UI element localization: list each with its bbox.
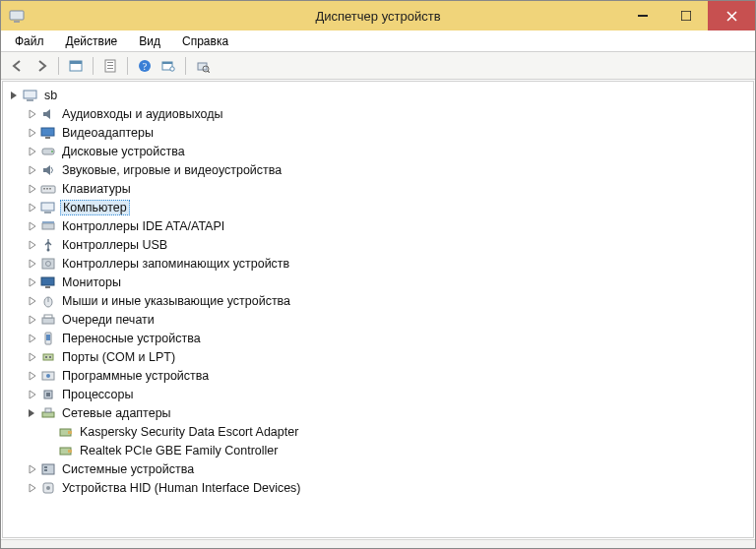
svg-rect-38 [42,318,54,324]
system-icon [40,461,56,477]
menu-help[interactable]: Справка [172,32,238,50]
expand-arrow-icon[interactable] [27,389,38,400]
tree-root-label: sb [42,89,59,102]
device-tree[interactable]: sb Аудиовходы и аудиовыходыВидеоадаптеры… [2,81,754,538]
tree-item-label: Realtek PCIe GBE Family Controller [78,444,280,458]
tree-item[interactable]: Аудиовходы и аудиовыходы [9,104,753,123]
tree-item-label: Аудиовходы и аудиовыходы [60,107,224,121]
expand-arrow-icon[interactable] [27,295,38,307]
tree-item-label: Сетевые адаптеры [60,406,173,420]
title-bar: Диспетчер устройств [1,1,755,30]
tree-item[interactable]: Компьютер [9,198,753,216]
minimize-button[interactable] [621,1,664,30]
expand-arrow-icon[interactable] [27,463,38,475]
collapse-arrow-icon[interactable] [27,407,38,419]
tree-item[interactable]: Очереди печати [9,310,753,329]
sound-icon [40,162,56,178]
tree-item[interactable]: Мыши и иные указывающие устройства [9,291,753,310]
tree-item[interactable]: Процессоры [9,385,753,403]
svg-rect-27 [41,203,54,211]
tree-item[interactable]: Системные устройства [9,459,753,478]
expand-arrow-icon[interactable] [27,108,38,120]
expand-arrow-icon[interactable] [27,351,38,363]
expand-arrow-icon[interactable] [27,202,38,214]
collapse-arrow-icon[interactable] [9,90,21,101]
window-controls [621,1,755,30]
mouse-icon [40,293,56,309]
expand-arrow-icon[interactable] [27,314,38,326]
tree-item[interactable]: Дисковые устройства [9,142,753,160]
printer-icon [40,312,56,328]
app-icon [9,8,25,24]
expand-arrow-icon[interactable] [27,333,38,344]
tree-item[interactable]: Устройства HID (Human Interface Devices) [9,478,753,497]
tree-root[interactable]: sb [9,86,753,104]
tree-item-label: Звуковые, игровые и видеоустройства [60,163,284,177]
tree-item-label: Мыши и иные указывающие устройства [60,294,292,308]
cpu-icon [40,387,56,402]
svg-point-59 [46,486,50,490]
netcard-icon [58,443,74,458]
svg-point-31 [47,248,50,251]
expand-arrow-icon[interactable] [27,146,38,157]
menu-file[interactable]: Файл [5,32,54,50]
maximize-button[interactable] [664,1,708,30]
tree-item[interactable]: Видеоадаптеры [9,123,753,142]
svg-rect-13 [162,62,172,64]
toolbar-separator [127,57,128,75]
tree-item-label: Kaspersky Security Data Escort Adapter [78,425,300,439]
svg-rect-34 [41,277,54,285]
expand-arrow-icon[interactable] [27,220,38,232]
scan-hardware-button[interactable] [192,55,214,77]
expand-arrow-icon[interactable] [27,127,38,139]
software-icon [40,368,56,384]
svg-rect-7 [107,62,113,63]
expand-arrow-icon[interactable] [27,183,38,195]
tree-item[interactable]: Контроллеры USB [9,235,753,254]
tree-item[interactable]: Клавиатуры [9,179,753,198]
computer-icon [40,200,56,215]
tree-item[interactable]: Звуковые, игровые и видеоустройства [9,160,753,179]
tree-item[interactable]: Мониторы [9,273,753,291]
toolbar-separator [185,57,186,75]
hid-icon [40,480,56,496]
expand-arrow-icon[interactable] [27,239,38,251]
properties-button[interactable] [99,55,121,77]
help-button[interactable]: ? [134,55,156,77]
menu-view[interactable]: Вид [129,32,170,50]
svg-rect-56 [44,466,47,468]
svg-rect-0 [10,11,24,20]
svg-rect-19 [41,128,54,136]
toolbar-separator [93,57,94,75]
tree-item-label: Программные устройства [60,369,211,383]
tree-item[interactable]: Сетевые адаптеры [9,403,753,422]
forward-button[interactable] [31,55,52,77]
status-bar [1,539,755,549]
tree-item[interactable]: Переносные устройства [9,329,753,347]
port-icon [40,349,56,365]
scan-button[interactable] [158,55,179,77]
svg-rect-1 [14,21,20,23]
expand-arrow-icon[interactable] [27,258,38,270]
tree-item-label: Порты (COM и LPT) [60,350,177,364]
tree-item[interactable]: Контроллеры запоминающих устройств [9,254,753,273]
tree-child-item[interactable]: Kaspersky Security Data Escort Adapter [9,422,753,441]
tree-item-label: Устройства HID (Human Interface Devices) [60,481,303,495]
expand-arrow-icon[interactable] [27,482,38,494]
keyboard-icon [40,181,56,197]
svg-point-44 [49,356,51,358]
expand-arrow-icon[interactable] [27,370,38,382]
tree-item[interactable]: Порты (COM и LPT) [9,347,753,366]
tree-item-label: Контроллеры IDE ATA/ATAPI [60,219,226,233]
menu-action[interactable]: Действие [56,32,128,50]
close-button[interactable] [708,1,755,30]
tree-child-item[interactable]: Realtek PCIe GBE Family Controller [9,441,753,459]
back-button[interactable] [7,55,29,77]
expand-arrow-icon[interactable] [27,164,38,176]
show-hidden-button[interactable] [65,55,87,77]
tree-item[interactable]: Контроллеры IDE ATA/ATAPI [9,216,753,235]
tree-item-label: Очереди печати [60,313,157,327]
svg-rect-48 [46,393,50,396]
tree-item[interactable]: Программные устройства [9,366,753,385]
expand-arrow-icon[interactable] [27,276,38,288]
